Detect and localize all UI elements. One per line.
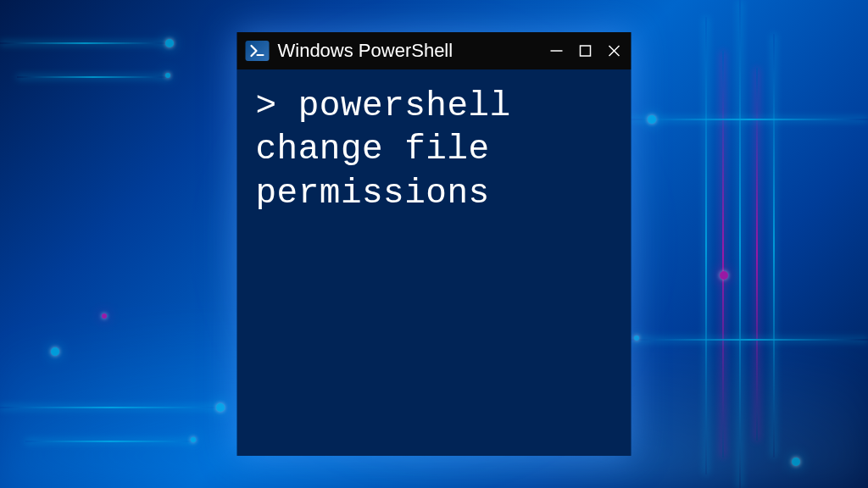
prompt-symbol: > <box>256 86 277 125</box>
window-controls <box>548 42 623 59</box>
powershell-icon <box>246 41 270 61</box>
command-line: > powershell change file permissions <box>256 85 613 215</box>
maximize-button[interactable] <box>577 42 594 59</box>
minimize-button[interactable] <box>548 42 565 59</box>
close-button[interactable] <box>606 42 623 59</box>
powershell-window[interactable]: Windows PowerShell > powershell change f… <box>237 32 632 456</box>
window-title: Windows PowerShell <box>278 40 540 62</box>
terminal-body[interactable]: > powershell change file permissions <box>237 69 632 456</box>
titlebar[interactable]: Windows PowerShell <box>237 32 632 69</box>
svg-rect-2 <box>581 46 591 56</box>
command-text: powershell change file permissions <box>256 86 511 213</box>
